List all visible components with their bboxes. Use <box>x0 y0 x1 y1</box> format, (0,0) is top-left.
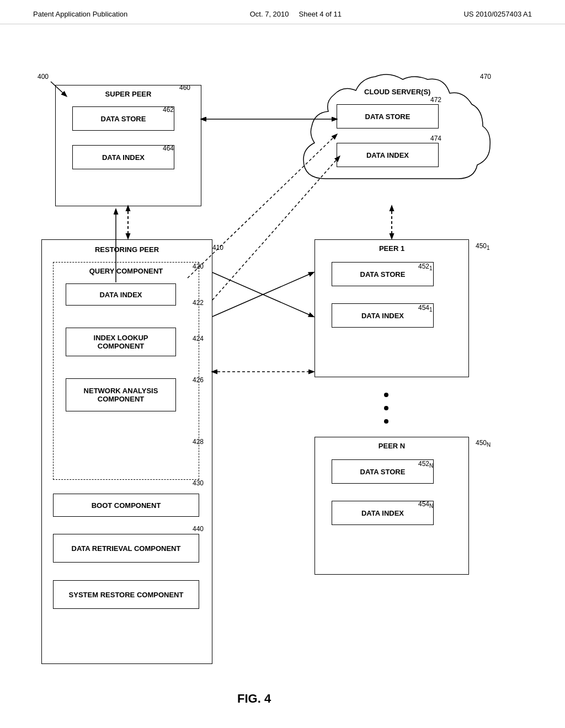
fig-label: FIG. 4 <box>237 692 271 706</box>
svg-line-6 <box>212 272 313 317</box>
query-component-title: QUERY COMPONENT <box>54 267 199 275</box>
ref-474: 474 <box>430 135 441 142</box>
header-sheet: Sheet 4 of 11 <box>299 10 342 18</box>
peer1-title: PEER 1 <box>315 244 468 253</box>
cloud-label: CLOUD SERVER(S) <box>364 88 430 96</box>
peerN-title: PEER N <box>315 442 468 450</box>
ref-452-N: 452N <box>418 460 433 469</box>
ref-450-1: 4501 <box>476 242 490 251</box>
ref-450-N: 450N <box>476 439 491 448</box>
header-left: Patent Application Publication <box>33 10 127 18</box>
svg-line-7 <box>212 272 313 317</box>
query-component-container: QUERY COMPONENT DATA INDEX INDEX LOOKUP … <box>53 262 199 480</box>
ref-460: 460 <box>179 84 190 92</box>
diagram-area: 400 SUPER PEER DATA STORE DATA INDEX 460… <box>0 24 565 686</box>
page-header: Patent Application Publication Oct. 7, 2… <box>0 0 565 24</box>
ref-426: 426 <box>193 376 204 384</box>
dot-3 <box>384 419 388 424</box>
rp-data-index: DATA INDEX <box>66 283 176 306</box>
ref-440: 440 <box>193 525 204 533</box>
rp-index-lookup: INDEX LOOKUP COMPONENT <box>66 328 176 356</box>
rp-system-restore: SYSTEM RESTORE COMPONENT <box>53 580 199 609</box>
ref-462: 462 <box>163 106 174 114</box>
ref-410: 410 <box>212 244 223 251</box>
ref-472: 472 <box>430 96 441 104</box>
ref-464: 464 <box>163 144 174 152</box>
ref-470: 470 <box>480 73 491 81</box>
super-peer-data-index: DATA INDEX <box>72 145 174 169</box>
cloud-data-index: DATA INDEX <box>337 143 439 167</box>
ref-454-N: 454N <box>418 500 433 509</box>
ref-454-1: 4541 <box>418 304 433 313</box>
restoring-peer-title: RESTORING PEER <box>42 245 212 254</box>
super-peer-container: SUPER PEER DATA STORE DATA INDEX <box>55 85 201 206</box>
header-center: Oct. 7, 2010 Sheet 4 of 11 <box>250 10 342 18</box>
header-right: US 2010/0257403 A1 <box>463 10 532 18</box>
ref-400: 400 <box>38 73 49 81</box>
restoring-peer-container: RESTORING PEER QUERY COMPONENT DATA INDE… <box>41 239 212 664</box>
cloud-container: CLOUD SERVER(S) DATA STORE DATA INDEX <box>292 68 497 206</box>
ref-430: 430 <box>193 479 204 487</box>
peerN-container: PEER N DATA STORE DATA INDEX <box>315 437 469 575</box>
dot-2 <box>384 406 388 410</box>
ref-452-1: 4521 <box>418 263 433 271</box>
rp-boot-component: BOOT COMPONENT <box>53 494 199 517</box>
ref-424: 424 <box>193 335 204 342</box>
rp-data-retrieval: DATA RETRIEVAL COMPONENT <box>53 534 199 563</box>
rp-network-analysis: NETWORK ANALYSIS COMPONENT <box>66 378 176 411</box>
ref-428: 428 <box>193 438 204 446</box>
cloud-data-store: DATA STORE <box>337 104 439 129</box>
peer1-container: PEER 1 DATA STORE DATA INDEX <box>315 239 469 377</box>
ref-420: 420 <box>193 263 204 270</box>
ref-422: 422 <box>193 299 204 307</box>
dot-1 <box>384 393 388 397</box>
super-peer-data-store: DATA STORE <box>72 106 174 131</box>
header-date: Oct. 7, 2010 <box>250 10 289 18</box>
